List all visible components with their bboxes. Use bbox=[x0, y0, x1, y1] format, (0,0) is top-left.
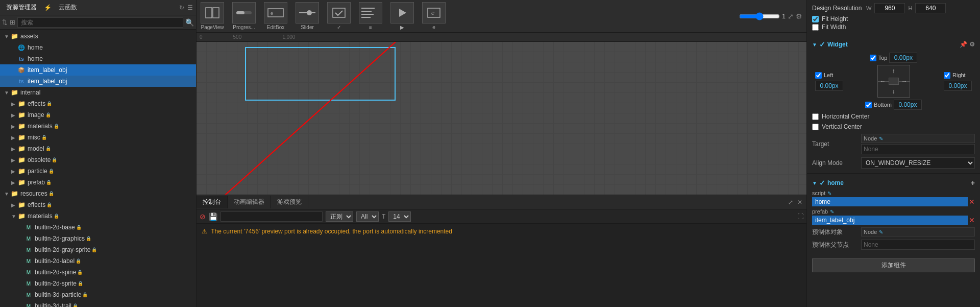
tree-item-misc[interactable]: ▶ 📁 misc 🔒 bbox=[0, 132, 196, 143]
tree-item-materials[interactable]: ▶ 📁 materials 🔒 bbox=[0, 121, 196, 132]
tree-item-effects[interactable]: ▶ 📁 effects 🔒 bbox=[0, 98, 196, 109]
bottom-checkbox[interactable] bbox=[865, 102, 872, 108]
vertical-center-checkbox[interactable] bbox=[812, 124, 819, 130]
align-mode-select[interactable]: ON_WINDOW_RESIZE bbox=[861, 157, 975, 169]
filter-icon[interactable]: ⊞ bbox=[10, 18, 15, 26]
tree-item-res-effects[interactable]: ▶ 📁 effects 🔒 bbox=[0, 199, 196, 210]
left-checkbox[interactable] bbox=[815, 72, 822, 79]
tab-cloud-func[interactable]: 云函数 bbox=[56, 2, 80, 13]
home-add-icon[interactable]: + bbox=[971, 179, 975, 187]
tree-item-builtin-3d-trail[interactable]: M builtin-3d-trail 🔒 bbox=[0, 300, 196, 307]
console-clear-button[interactable]: ⊘ bbox=[200, 212, 206, 221]
tab-game-preview[interactable]: 游戏预览 bbox=[271, 196, 308, 208]
settings-icon[interactable]: ⚙ bbox=[796, 12, 802, 20]
tree-item-image[interactable]: ▶ 📁 image 🔒 bbox=[0, 109, 196, 121]
tab-animation-editor[interactable]: 动画编辑器 bbox=[228, 196, 271, 208]
bottom-panel: 控制台 动画编辑器 游戏预览 ⤢ ✕ ⊘ 💾 正则 All T bbox=[197, 195, 806, 307]
script-close-button[interactable]: ✕ bbox=[969, 198, 975, 206]
design-resolution-height[interactable] bbox=[915, 3, 946, 13]
tree-item-particle[interactable]: ▶ 📁 particle 🔒 bbox=[0, 166, 196, 177]
comp-check-label: ✓ bbox=[337, 25, 341, 30]
zoom-slider[interactable] bbox=[739, 12, 780, 20]
fit-height-checkbox[interactable] bbox=[812, 16, 819, 22]
prefab-section: prefab ✎ item_label_obj ✕ bbox=[807, 207, 980, 226]
anchor-down-arrow: ↓ bbox=[892, 88, 895, 95]
tab-console[interactable]: 控制台 bbox=[197, 196, 228, 208]
top-anchor-group: Top bbox=[870, 53, 918, 63]
tree-item-prefab[interactable]: ▶ 📁 prefab 🔒 bbox=[0, 177, 196, 188]
tree-item-assets[interactable]: ▼ 📁 assets bbox=[0, 31, 196, 42]
comp-play[interactable]: ▶ bbox=[390, 2, 414, 30]
tree-item-builtin-2d-graphics[interactable]: M builtin-2d-graphics 🔒 bbox=[0, 233, 196, 244]
comp-editbox[interactable]: e EditBox bbox=[264, 2, 287, 30]
tree-item-res-materials[interactable]: ▼ 📁 materials 🔒 bbox=[0, 210, 196, 222]
comp-e[interactable]: e e bbox=[422, 2, 446, 30]
tree-item-home1[interactable]: 🌐 home bbox=[0, 42, 196, 53]
tree-item-home2[interactable]: ts home bbox=[0, 53, 196, 64]
tree-item-builtin-2d-gray[interactable]: M builtin-2d-gray-sprite 🔒 bbox=[0, 244, 196, 255]
tree-item-item-label-obj1[interactable]: 📦 item_label_obj bbox=[0, 64, 196, 76]
right-checkbox[interactable] bbox=[944, 72, 950, 79]
search-button[interactable]: 🔍 bbox=[185, 18, 194, 27]
console-tab-actions: ⤢ ✕ bbox=[788, 199, 806, 206]
tree-item-builtin-2d-sprite[interactable]: M builtin-2d-sprite 🔒 bbox=[0, 278, 196, 289]
console-warning-message: ⚠ The current '7456' preview port is alr… bbox=[202, 227, 801, 236]
menu-icon[interactable]: ☰ bbox=[187, 4, 193, 11]
console-maximize-icon[interactable]: ⤢ bbox=[788, 199, 793, 206]
tree-item-resources[interactable]: ▼ 📁 resources 🔒 bbox=[0, 188, 196, 199]
tree-item-model[interactable]: ▶ 📁 model 🔒 bbox=[0, 143, 196, 154]
prefab-obj-link-icon[interactable]: ✎ bbox=[879, 229, 883, 235]
comp-list[interactable]: ≡ bbox=[359, 2, 382, 30]
comp-pageview[interactable]: PageView bbox=[201, 2, 224, 30]
bottom-value-input[interactable] bbox=[894, 100, 922, 110]
console-font-size-select[interactable]: 14 bbox=[388, 211, 411, 222]
design-resolution-section: Design Resolution W H Fit Height Fit Wid… bbox=[807, 0, 980, 35]
lock-icon4: 🔒 bbox=[41, 135, 47, 140]
target-link-icon[interactable]: ✎ bbox=[879, 136, 883, 141]
folder-icon-model: 📁 bbox=[17, 145, 26, 153]
right-value-input[interactable] bbox=[944, 81, 972, 91]
tree-item-internal[interactable]: ▼ 📁 internal bbox=[0, 87, 196, 98]
comp-progress[interactable]: Progres... bbox=[232, 2, 256, 30]
console-level-select[interactable]: All bbox=[356, 211, 379, 222]
console-search-input[interactable] bbox=[220, 211, 323, 222]
tree-item-item-label-obj2[interactable]: ts item_label_obj bbox=[0, 76, 196, 87]
console-close-icon[interactable]: ✕ bbox=[797, 199, 802, 206]
sort-icon[interactable]: ⇅ bbox=[2, 18, 8, 26]
console-mode-select[interactable]: 正则 bbox=[326, 211, 353, 222]
right-anchor-group: Right bbox=[944, 72, 972, 91]
console-save-button[interactable]: 💾 bbox=[209, 212, 217, 221]
tree-item-builtin-2d-base[interactable]: M builtin-2d-base 🔒 bbox=[0, 222, 196, 233]
refresh-icon[interactable]: ↻ bbox=[179, 4, 184, 11]
comp-slider[interactable]: Slider bbox=[296, 2, 319, 30]
widget-pin-icon[interactable]: 📌 bbox=[960, 41, 967, 48]
comp-check[interactable]: ✓ bbox=[327, 2, 351, 30]
search-input[interactable] bbox=[17, 17, 183, 28]
prefab-close-button[interactable]: ✕ bbox=[969, 216, 975, 224]
prefab-link-icon[interactable]: ✎ bbox=[830, 209, 834, 215]
folder-icon-prefab: 📁 bbox=[17, 178, 26, 186]
console-fullscreen-button[interactable]: ⛶ bbox=[797, 213, 803, 220]
top-checkbox[interactable] bbox=[870, 55, 876, 61]
add-component-button[interactable]: 添加组件 bbox=[812, 258, 975, 272]
svg-rect-3 bbox=[236, 11, 244, 14]
widget-settings-icon[interactable]: ⚙ bbox=[969, 41, 975, 48]
horizontal-center-checkbox[interactable] bbox=[812, 113, 819, 120]
fit-width-checkbox[interactable] bbox=[812, 24, 819, 31]
widget-section-header[interactable]: ▼ ✓ Widget 📌 ⚙ bbox=[807, 38, 980, 51]
tree-item-builtin-2d-label[interactable]: M builtin-2d-label 🔒 bbox=[0, 255, 196, 267]
tree-item-obsolete[interactable]: ▶ 📁 obsolete 🔒 bbox=[0, 154, 196, 166]
design-resolution-width[interactable] bbox=[874, 3, 905, 13]
slider-icon bbox=[299, 9, 315, 16]
editbox-icon: e bbox=[267, 7, 284, 18]
left-value-input[interactable] bbox=[815, 81, 843, 91]
tree-item-builtin-3d-particle[interactable]: M builtin-3d-particle 🔒 bbox=[0, 289, 196, 300]
home-section-header[interactable]: ▼ ✓ home + bbox=[807, 177, 980, 189]
tab-asset-manager[interactable]: 资源管理器 bbox=[3, 2, 40, 13]
canvas-viewport[interactable] bbox=[197, 42, 806, 195]
tree-item-builtin-2d-spine[interactable]: M builtin-2d-spine 🔒 bbox=[0, 267, 196, 278]
lock-icon14: 🔒 bbox=[91, 247, 97, 252]
maximize-icon[interactable]: ⤢ bbox=[788, 12, 794, 20]
script-link-icon[interactable]: ✎ bbox=[827, 191, 831, 196]
top-value-input[interactable] bbox=[889, 53, 917, 63]
